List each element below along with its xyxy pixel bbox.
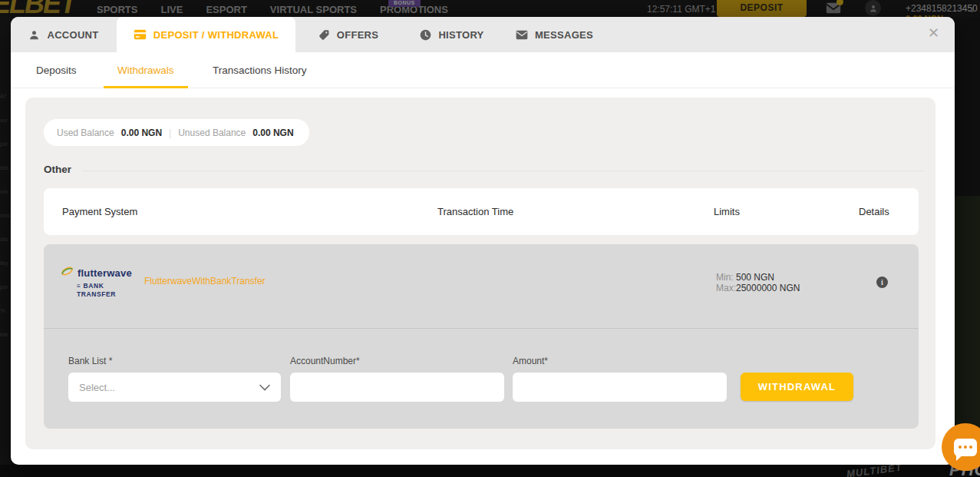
flutterwave-transfer-label: TRANSFER [77, 290, 116, 298]
account-number-label: AccountNumber* [290, 356, 360, 366]
payment-method-row: flutterwave ≡BANK TRANSFER FlutterwaveWi… [44, 244, 919, 429]
max-label: Max: [716, 283, 736, 293]
max-value: 25000000 NGN [736, 283, 800, 293]
withdrawal-button[interactable]: WITHDRAWAL [741, 373, 853, 401]
envelope-icon [516, 30, 528, 40]
balance-summary: Used Balance 0.00 NGN | Unused Balance 0… [44, 119, 309, 146]
amount-label: Amount* [513, 356, 548, 366]
unused-balance-value: 0.00 NGN [252, 128, 293, 138]
col-transaction-time: Transaction Time [437, 206, 513, 217]
tab-offers[interactable]: OFFERS [295, 17, 401, 52]
flutterwave-logo: flutterwave ≡BANK TRANSFER [60, 265, 132, 298]
min-value: 500 NGN [736, 272, 774, 283]
tab-account-label: ACCOUNT [47, 29, 98, 41]
chat-bubble-icon [954, 439, 977, 456]
unused-balance-label: Unused Balance [178, 128, 246, 138]
tab-messages[interactable]: MESSAGES [503, 17, 606, 52]
bank-lines-icon: ≡ [77, 282, 81, 290]
subtab-deposits[interactable]: Deposits [36, 65, 77, 76]
col-limits: Limits [714, 206, 740, 217]
row-divider [44, 328, 919, 329]
subtab-withdrawals[interactable]: Withdrawals [117, 65, 174, 76]
methods-table-header: Payment System Transaction Time Limits D… [44, 188, 919, 235]
bank-list-placeholder: Select... [79, 382, 115, 393]
tab-deposit-withdrawal-label: DEPOSIT / WITHDRAWAL [153, 29, 279, 41]
payment-method-name[interactable]: FlutterwaveWithBankTransfer [144, 276, 266, 287]
tab-deposit-withdrawal[interactable]: DEPOSIT / WITHDRAWAL [117, 17, 295, 52]
account-modal: ACCOUNT DEPOSIT / WITHDRAWAL OFFERS HIST… [11, 17, 955, 465]
tab-messages-label: MESSAGES [535, 29, 593, 41]
used-balance-label: Used Balance [57, 128, 114, 138]
tab-history[interactable]: HISTORY [401, 17, 503, 52]
amount-input[interactable] [513, 373, 727, 402]
bank-list-select[interactable]: Select... [68, 373, 281, 402]
limits-block: Min: 500 NGN Max:25000000 NGN [716, 272, 800, 293]
section-divider [82, 171, 925, 171]
wallet-icon [134, 29, 147, 40]
modal-header: ACCOUNT DEPOSIT / WITHDRAWAL OFFERS HIST… [11, 17, 955, 52]
tab-account[interactable]: ACCOUNT [11, 17, 117, 52]
info-icon[interactable]: i [876, 277, 888, 288]
flutterwave-wordmark: flutterwave [78, 267, 132, 279]
person-icon [28, 29, 40, 41]
subtab-transactions-history[interactable]: Transactions History [213, 65, 307, 76]
flutterwave-swirl-icon [60, 265, 74, 280]
tab-offers-label: OFFERS [337, 29, 379, 41]
clock-icon [420, 29, 431, 41]
min-label: Min: [716, 272, 734, 283]
bank-list-label: Bank List * [68, 356, 112, 366]
balance-divider: | [169, 128, 171, 138]
used-balance-value: 0.00 NGN [121, 128, 162, 138]
tab-history-label: HISTORY [438, 29, 483, 41]
tag-icon [318, 29, 330, 41]
account-number-input[interactable] [290, 373, 504, 402]
col-details: Details [859, 206, 889, 217]
flutterwave-bank-label: BANK [84, 282, 104, 290]
withdrawals-panel: Used Balance 0.00 NGN | Unused Balance 0… [25, 98, 935, 449]
col-payment-system: Payment System [62, 206, 137, 217]
section-title: Other [44, 164, 71, 175]
active-subtab-underline [104, 86, 188, 88]
chevron-down-icon [259, 384, 270, 391]
close-icon[interactable]: ✕ [928, 26, 939, 40]
sub-tabs-bar: Deposits Withdrawals Transactions Histor… [11, 52, 955, 88]
